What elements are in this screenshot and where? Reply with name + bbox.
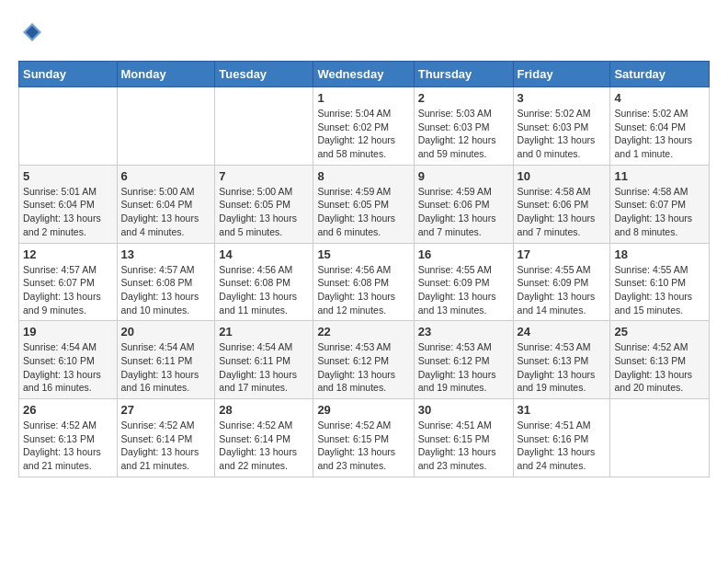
day-info: Sunrise: 4:54 AMSunset: 6:11 PMDaylight:… (219, 340, 309, 395)
day-number: 30 (418, 403, 509, 417)
calendar-cell: 28Sunrise: 4:52 AMSunset: 6:14 PMDayligh… (215, 399, 313, 477)
day-number: 31 (518, 403, 607, 417)
day-info: Sunrise: 4:55 AMSunset: 6:10 PMDaylight:… (614, 263, 705, 317)
day-number: 28 (219, 403, 309, 417)
calendar-cell: 24Sunrise: 4:53 AMSunset: 6:13 PMDayligh… (513, 321, 610, 399)
calendar-cell: 31Sunrise: 4:51 AMSunset: 6:16 PMDayligh… (513, 399, 610, 477)
weekday-header: Tuesday (215, 62, 313, 87)
day-number: 25 (614, 325, 705, 339)
day-number: 5 (23, 169, 113, 183)
day-info: Sunrise: 4:51 AMSunset: 6:16 PMDaylight:… (518, 419, 607, 473)
calendar-cell: 19Sunrise: 4:54 AMSunset: 6:10 PMDayligh… (19, 321, 118, 399)
day-info: Sunrise: 5:00 AMSunset: 6:05 PMDaylight:… (219, 185, 309, 239)
calendar-cell: 22Sunrise: 4:53 AMSunset: 6:12 PMDayligh… (313, 321, 414, 399)
calendar-cell (610, 399, 710, 477)
calendar-cell: 9Sunrise: 4:59 AMSunset: 6:06 PMDaylight… (414, 165, 513, 243)
day-number: 15 (317, 247, 409, 261)
calendar: SundayMondayTuesdayWednesdayThursdayFrid… (18, 61, 710, 477)
day-info: Sunrise: 4:53 AMSunset: 6:12 PMDaylight:… (418, 340, 509, 395)
calendar-cell: 10Sunrise: 4:58 AMSunset: 6:06 PMDayligh… (513, 165, 610, 243)
calendar-week-row: 5Sunrise: 5:01 AMSunset: 6:04 PMDaylight… (19, 165, 710, 243)
calendar-cell: 27Sunrise: 4:52 AMSunset: 6:14 PMDayligh… (117, 399, 215, 477)
day-info: Sunrise: 4:58 AMSunset: 6:07 PMDaylight:… (614, 185, 705, 239)
day-info: Sunrise: 5:01 AMSunset: 6:04 PMDaylight:… (23, 185, 113, 239)
day-number: 19 (23, 325, 113, 339)
calendar-cell: 17Sunrise: 4:55 AMSunset: 6:09 PMDayligh… (513, 243, 610, 321)
day-info: Sunrise: 4:52 AMSunset: 6:13 PMDaylight:… (23, 419, 113, 473)
day-info: Sunrise: 4:57 AMSunset: 6:07 PMDaylight:… (23, 263, 113, 317)
day-number: 12 (23, 247, 113, 261)
calendar-cell: 1Sunrise: 5:04 AMSunset: 6:02 PMDaylight… (313, 87, 414, 166)
logo (18, 18, 50, 46)
calendar-cell: 15Sunrise: 4:56 AMSunset: 6:08 PMDayligh… (313, 243, 414, 321)
day-info: Sunrise: 5:00 AMSunset: 6:04 PMDaylight:… (121, 185, 211, 239)
day-number: 9 (418, 169, 509, 183)
day-number: 1 (317, 91, 409, 105)
day-number: 4 (614, 91, 705, 105)
calendar-cell: 11Sunrise: 4:58 AMSunset: 6:07 PMDayligh… (610, 165, 710, 243)
weekday-header: Thursday (414, 62, 513, 87)
day-info: Sunrise: 4:54 AMSunset: 6:10 PMDaylight:… (23, 340, 113, 395)
day-number: 21 (219, 325, 309, 339)
calendar-cell: 26Sunrise: 4:52 AMSunset: 6:13 PMDayligh… (19, 399, 118, 477)
day-number: 23 (418, 325, 509, 339)
day-info: Sunrise: 4:58 AMSunset: 6:06 PMDaylight:… (518, 185, 607, 239)
day-number: 27 (121, 403, 211, 417)
calendar-cell: 30Sunrise: 4:51 AMSunset: 6:15 PMDayligh… (414, 399, 513, 477)
day-info: Sunrise: 4:52 AMSunset: 6:14 PMDaylight:… (121, 419, 211, 473)
day-info: Sunrise: 4:59 AMSunset: 6:05 PMDaylight:… (317, 185, 409, 239)
calendar-header-row: SundayMondayTuesdayWednesdayThursdayFrid… (19, 62, 710, 87)
calendar-cell (117, 87, 215, 166)
day-number: 26 (23, 403, 113, 417)
day-number: 20 (121, 325, 211, 339)
day-info: Sunrise: 4:54 AMSunset: 6:11 PMDaylight:… (121, 340, 211, 395)
day-info: Sunrise: 4:51 AMSunset: 6:15 PMDaylight:… (418, 419, 509, 473)
day-number: 24 (518, 325, 607, 339)
day-number: 18 (614, 247, 705, 261)
calendar-week-row: 12Sunrise: 4:57 AMSunset: 6:07 PMDayligh… (19, 243, 710, 321)
day-info: Sunrise: 4:56 AMSunset: 6:08 PMDaylight:… (317, 263, 409, 317)
day-info: Sunrise: 4:53 AMSunset: 6:13 PMDaylight:… (518, 340, 607, 395)
day-info: Sunrise: 5:02 AMSunset: 6:03 PMDaylight:… (518, 107, 607, 161)
calendar-cell: 13Sunrise: 4:57 AMSunset: 6:08 PMDayligh… (117, 243, 215, 321)
weekday-header: Sunday (19, 62, 118, 87)
day-info: Sunrise: 4:53 AMSunset: 6:12 PMDaylight:… (317, 340, 409, 395)
day-info: Sunrise: 4:52 AMSunset: 6:15 PMDaylight:… (317, 419, 409, 473)
calendar-cell: 3Sunrise: 5:02 AMSunset: 6:03 PMDaylight… (513, 87, 610, 166)
calendar-cell: 7Sunrise: 5:00 AMSunset: 6:05 PMDaylight… (215, 165, 313, 243)
day-number: 3 (518, 91, 607, 105)
day-number: 8 (317, 169, 409, 183)
calendar-cell: 8Sunrise: 4:59 AMSunset: 6:05 PMDaylight… (313, 165, 414, 243)
day-info: Sunrise: 4:55 AMSunset: 6:09 PMDaylight:… (418, 263, 509, 317)
day-number: 13 (121, 247, 211, 261)
calendar-cell: 20Sunrise: 4:54 AMSunset: 6:11 PMDayligh… (117, 321, 215, 399)
day-info: Sunrise: 4:55 AMSunset: 6:09 PMDaylight:… (518, 263, 607, 317)
day-number: 10 (518, 169, 607, 183)
calendar-week-row: 26Sunrise: 4:52 AMSunset: 6:13 PMDayligh… (19, 399, 710, 477)
calendar-cell: 29Sunrise: 4:52 AMSunset: 6:15 PMDayligh… (313, 399, 414, 477)
calendar-cell: 12Sunrise: 4:57 AMSunset: 6:07 PMDayligh… (19, 243, 118, 321)
day-number: 7 (219, 169, 309, 183)
day-number: 16 (418, 247, 509, 261)
calendar-cell: 16Sunrise: 4:55 AMSunset: 6:09 PMDayligh… (414, 243, 513, 321)
day-info: Sunrise: 4:56 AMSunset: 6:08 PMDaylight:… (219, 263, 309, 317)
day-number: 6 (121, 169, 211, 183)
calendar-cell: 18Sunrise: 4:55 AMSunset: 6:10 PMDayligh… (610, 243, 710, 321)
weekday-header: Saturday (610, 62, 710, 87)
calendar-cell: 6Sunrise: 5:00 AMSunset: 6:04 PMDaylight… (117, 165, 215, 243)
day-number: 22 (317, 325, 409, 339)
day-info: Sunrise: 4:52 AMSunset: 6:14 PMDaylight:… (219, 419, 309, 473)
day-number: 11 (614, 169, 705, 183)
calendar-cell: 5Sunrise: 5:01 AMSunset: 6:04 PMDaylight… (19, 165, 118, 243)
day-number: 2 (418, 91, 509, 105)
weekday-header: Monday (117, 62, 215, 87)
day-number: 14 (219, 247, 309, 261)
day-info: Sunrise: 4:59 AMSunset: 6:06 PMDaylight:… (418, 185, 509, 239)
weekday-header: Friday (513, 62, 610, 87)
day-info: Sunrise: 4:52 AMSunset: 6:13 PMDaylight:… (614, 340, 705, 395)
calendar-cell (215, 87, 313, 166)
calendar-cell: 2Sunrise: 5:03 AMSunset: 6:03 PMDaylight… (414, 87, 513, 166)
day-info: Sunrise: 4:57 AMSunset: 6:08 PMDaylight:… (121, 263, 211, 317)
weekday-header: Wednesday (313, 62, 414, 87)
logo-icon (18, 18, 46, 46)
